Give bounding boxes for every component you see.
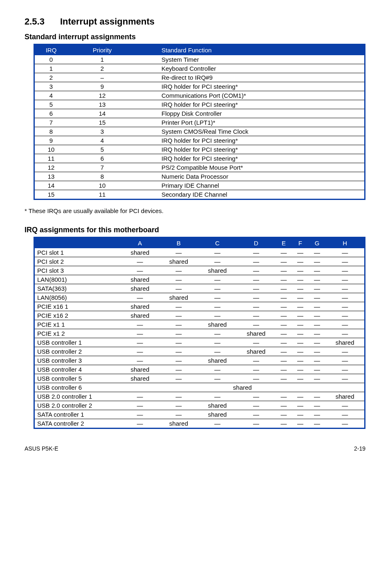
table-cell: 12 xyxy=(67,91,137,100)
table-cell: 6 xyxy=(35,109,67,118)
table-cell: — xyxy=(325,347,364,356)
table-cell: shared xyxy=(121,248,159,257)
table-row: 614Floppy Disk Controller xyxy=(35,109,364,118)
irq-header-d: D xyxy=(237,238,276,248)
table-cell: — xyxy=(309,374,326,383)
row-label: PCI slot 2 xyxy=(35,257,121,266)
table-cell: — xyxy=(325,311,364,320)
table-cell: Communications Port (COM1)* xyxy=(137,91,364,100)
table-cell: System Timer xyxy=(137,55,364,64)
table-cell: 1 xyxy=(35,64,67,73)
table-cell: — xyxy=(237,293,276,302)
table-cell: — xyxy=(121,257,159,266)
table-row: 39IRQ holder for PCI steering* xyxy=(35,82,364,91)
table-cell: 3 xyxy=(35,82,67,91)
table-cell: shared xyxy=(121,275,159,284)
table-cell: 2 xyxy=(67,64,137,73)
table-cell: 7 xyxy=(35,118,67,127)
table-cell: — xyxy=(276,338,292,347)
table-cell: — xyxy=(276,311,292,320)
table-cell: — xyxy=(159,374,198,383)
table-cell: — xyxy=(159,275,198,284)
table-cell: shared xyxy=(198,266,237,275)
irq-header-h: H xyxy=(325,238,364,248)
row-label: PCIE x16 1 xyxy=(35,302,121,311)
table-cell: — xyxy=(325,320,364,329)
table-cell: — xyxy=(325,329,364,338)
row-label: USB controller 1 xyxy=(35,338,121,347)
table-cell: 7 xyxy=(67,163,137,172)
table-cell: — xyxy=(159,347,198,356)
table-row: USB controller 3——shared————— xyxy=(35,356,364,365)
table-cell: — xyxy=(292,248,308,257)
table-cell: — xyxy=(121,266,159,275)
table-cell: — xyxy=(121,410,159,419)
row-label: SATA controller 2 xyxy=(35,419,121,428)
table-row: 105IRQ holder for PCI steering* xyxy=(35,145,364,154)
table-cell: — xyxy=(325,293,364,302)
table-cell: — xyxy=(309,284,326,293)
sub-heading-2: IRQ assignments for this motherboard xyxy=(25,226,365,234)
table-cell: shared xyxy=(121,311,159,320)
table-cell: — xyxy=(159,401,198,410)
table-cell: — xyxy=(159,284,198,293)
footer-right: 2-19 xyxy=(354,445,365,452)
table-row: USB controller 1———————shared xyxy=(35,338,364,347)
table-row: PCIE x1 1——shared————— xyxy=(35,320,364,329)
table-cell: — xyxy=(237,248,276,257)
table-row: PCI slot 2—shared—————— xyxy=(35,257,364,266)
table-cell: shared xyxy=(121,365,159,374)
table-cell: — xyxy=(325,302,364,311)
table-cell: 15 xyxy=(67,118,137,127)
table-row: LAN(8001)shared——————— xyxy=(35,275,364,284)
table-cell: — xyxy=(292,293,308,302)
table-cell: — xyxy=(292,338,308,347)
row-label: PCIE x1 1 xyxy=(35,320,121,329)
table-cell: — xyxy=(121,320,159,329)
table-row: 12Keyboard Controller xyxy=(35,64,364,73)
table-cell: — xyxy=(292,275,308,284)
table-cell: — xyxy=(276,419,292,428)
row-label: USB 2.0 controller 1 xyxy=(35,392,121,401)
irq-header-b: B xyxy=(159,238,198,248)
irq-assignments-table-wrapper: A B C D E F G H PCI slot 1shared———————P… xyxy=(34,237,365,429)
table-cell: 13 xyxy=(35,172,67,181)
table-cell: shared xyxy=(198,356,237,365)
table-row: 94IRQ holder for PCI steering* xyxy=(35,136,364,145)
table-cell: — xyxy=(237,284,276,293)
table-cell: — xyxy=(276,320,292,329)
table-cell: — xyxy=(159,410,198,419)
table-cell: shared xyxy=(198,410,237,419)
table-cell: — xyxy=(237,392,276,401)
table-cell: — xyxy=(309,248,326,257)
table-cell: — xyxy=(309,293,326,302)
irq-header-a: A xyxy=(121,238,159,248)
table-cell: — xyxy=(198,374,237,383)
section-number: 2.5.3 xyxy=(25,16,45,27)
table-cell: Re-direct to IRQ#9 xyxy=(137,73,364,82)
table-cell: — xyxy=(309,419,326,428)
table-cell: — xyxy=(121,329,159,338)
table-cell: — xyxy=(121,347,159,356)
table-cell: — xyxy=(276,410,292,419)
row-label: PCIE x1 2 xyxy=(35,329,121,338)
table-cell: — xyxy=(292,410,308,419)
table-cell: — xyxy=(292,329,308,338)
std-header-function: Standard Function xyxy=(137,45,364,55)
table-cell: 9 xyxy=(67,82,137,91)
row-label: USB 2.0 controller 2 xyxy=(35,401,121,410)
table-row: 412Communications Port (COM1)* xyxy=(35,91,364,100)
irq-header-blank xyxy=(35,238,121,248)
table-cell: — xyxy=(198,419,237,428)
irq-header-e: E xyxy=(276,238,292,248)
table-cell: Printer Port (LPT1)* xyxy=(137,118,364,127)
footnote: * These IRQs are usually available for P… xyxy=(25,207,365,214)
table-cell: — xyxy=(159,302,198,311)
table-cell: — xyxy=(121,401,159,410)
row-label: PCIE x16 2 xyxy=(35,311,121,320)
table-cell: shared xyxy=(237,329,276,338)
table-row: USB 2.0 controller 1———————shared xyxy=(35,392,364,401)
table-cell: — xyxy=(292,284,308,293)
table-cell: shared xyxy=(237,347,276,356)
section-title: Interrupt assignments xyxy=(60,16,155,27)
